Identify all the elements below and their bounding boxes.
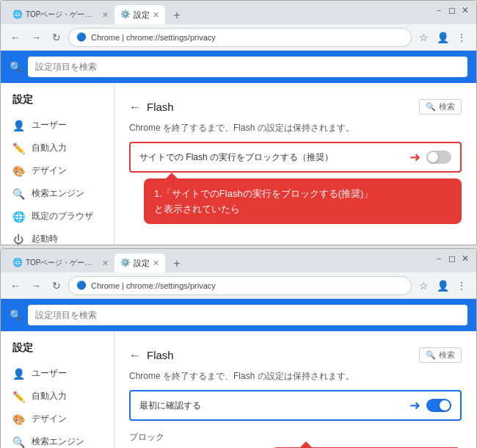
main-content-2: ← Flash 🔍 検索 Chrome を終了するまで、Flash の設定は保持… [114,331,476,448]
settings-search-bar-2: 🔍 [1,299,476,331]
avatar-button-2[interactable]: 👤 [434,277,451,295]
sidebar-item-design-1[interactable]: 🎨 デザイン [1,159,114,182]
design-icon-2: 🎨 [12,413,24,425]
minimize-button-1[interactable]: － [434,5,444,15]
sidebar-label-search-1: 検索エンジン [32,187,84,200]
back-button-2[interactable]: ← [7,277,24,295]
flash-toggle-switch-1[interactable] [426,151,451,164]
settings-search-icon-1: 🔍 [10,61,22,73]
nav-bar-1: ← → ↻ 🔵 Chrome | chrome://settings/priva… [1,24,476,51]
settings-search-icon-2: 🔍 [10,309,22,321]
tab-yahoo-1[interactable]: 🌐 TOPページ・ゲームならYahoo!モバ ✕ [7,5,114,24]
restore-button-2[interactable]: ◻ [447,253,457,264]
menu-button-1[interactable]: ⋮ [453,29,470,46]
search-engine-icon-2: 🔍 [12,436,24,448]
tab-close-yahoo-2[interactable]: ✕ [102,259,109,268]
block-row-2: ブロック [129,427,462,448]
star-button-2[interactable]: ☆ [415,277,432,295]
sidebar-item-browser-1[interactable]: 🌐 既定のブラウザ [1,205,114,228]
avatar-button-1[interactable]: 👤 [434,29,451,46]
sidebar-1: 設定 👤 ユーザー ✏️ 自動入力 🎨 デザイン 🔍 検索エンジン 🌐 既定のブ… [1,83,114,245]
flash-search-right-1: 🔍 検索 [419,99,462,115]
search-engine-icon-1: 🔍 [12,188,24,200]
title-bar-2: 🌐 TOPページ・ゲームならYahoo!モバ ✕ ⚙️ 設定 ✕ + － ◻ ✕ [1,249,476,272]
user-icon-1: 👤 [12,120,24,131]
forward-button-1[interactable]: → [27,29,45,46]
tab-close-settings-1[interactable]: ✕ [153,10,159,20]
flash-toggle-arrow-1: ➜ [409,149,420,165]
flash-search-right-2: 🔍 検索 [419,347,462,363]
flash-back-arrow-2[interactable]: ← [129,349,141,362]
sidebar-label-search-2: 検索エンジン [32,436,84,448]
flash-header-2: ← Flash 🔍 検索 [129,340,462,367]
flash-toggle-label-1: サイトでの Flash の実行をブロックする（推奨） [139,151,409,164]
sidebar-label-browser-1: 既定のブラウザ [32,210,93,223]
flash-toggle-switch-2[interactable] [426,399,451,412]
tab-label-yahoo-1: TOPページ・ゲームならYahoo!モバ [26,10,99,20]
new-tab-button-2[interactable]: + [168,255,186,272]
flash-header-1: ← Flash 🔍 検索 [129,92,462,119]
sidebar-label-user-2: ユーザー [32,367,67,380]
flash-toggle-arrow-2: ➜ [409,397,420,413]
tab-close-yahoo-1[interactable]: ✕ [102,10,109,20]
new-tab-button-1[interactable]: + [168,7,186,24]
close-button-1[interactable]: ✕ [460,5,470,15]
flash-back-arrow-1[interactable]: ← [129,101,141,114]
flash-toggle-knob-1 [428,152,438,162]
nav-right-icons-2: ☆ 👤 ⋮ [415,277,470,295]
tab-close-settings-2[interactable]: ✕ [153,259,159,268]
back-button-1[interactable]: ← [7,29,24,46]
flash-description-2: Chrome を終了するまで、Flash の設定は保持されます。 [129,367,462,390]
tab-gear-icon-2: ⚙️ [120,258,131,268]
address-text-2: Chrome | chrome://settings/privacy [91,281,216,290]
sidebar-label-design-2: デザイン [32,413,67,425]
refresh-button-1[interactable]: ↻ [48,29,65,46]
menu-button-2[interactable]: ⋮ [453,277,470,295]
content-area-1: 設定 👤 ユーザー ✏️ 自動入力 🎨 デザイン 🔍 検索エンジン 🌐 既定のブ… [1,83,476,245]
flash-search-box-1[interactable]: 🔍 検索 [419,99,462,115]
sidebar-item-design-2[interactable]: 🎨 デザイン [1,408,114,430]
sidebar-item-user-2[interactable]: 👤 ユーザー [1,362,114,385]
sidebar-item-autofill-2[interactable]: ✏️ 自動入力 [1,385,114,408]
tab-label-yahoo-2: TOPページ・ゲームならYahoo!モバ [26,258,99,268]
flash-title-2: Flash [147,349,174,361]
address-text-1: Chrome | chrome://settings/privacy [91,33,216,42]
settings-search-input-2[interactable] [28,305,467,325]
flash-search-box-2[interactable]: 🔍 検索 [419,347,462,363]
sidebar-item-search-1[interactable]: 🔍 検索エンジン [1,182,114,205]
forward-button-2[interactable]: → [27,277,45,295]
nav-bar-2: ← → ↻ 🔵 Chrome | chrome://settings/priva… [1,272,476,299]
tab-settings-1[interactable]: ⚙️ 設定 ✕ [114,5,165,24]
address-bar-1[interactable]: 🔵 Chrome | chrome://settings/privacy [68,28,412,47]
tab-favicon-1: 🌐 [12,10,23,20]
sidebar-item-startup-1[interactable]: ⏻ 起動時 [1,228,114,245]
sidebar-item-user-1[interactable]: 👤 ユーザー [1,114,114,137]
main-content-1: ← Flash 🔍 検索 Chrome を終了するまで、Flash の設定は保持… [114,83,476,245]
tab-gear-icon-1: ⚙️ [120,10,131,20]
flash-search-icon-2: 🔍 [426,350,436,360]
tab-yahoo-2[interactable]: 🌐 TOPページ・ゲームならYahoo!モバ ✕ [7,253,114,272]
tab-label-settings-2: 設定 [134,258,150,269]
star-button-1[interactable]: ☆ [415,29,432,46]
flash-search-icon-1: 🔍 [426,102,436,112]
tab-label-settings-1: 設定 [134,10,150,21]
minimize-button-2[interactable]: － [434,253,444,264]
browser-icon-1: 🌐 [12,211,24,223]
close-button-2[interactable]: ✕ [460,253,470,264]
address-bar-2[interactable]: 🔵 Chrome | chrome://settings/privacy [68,276,412,295]
user-icon-2: 👤 [12,368,24,380]
autofill-icon-2: ✏️ [12,391,24,402]
window-controls-2: － ◻ ✕ [434,253,470,264]
secure-icon-1: 🔵 [76,32,87,42]
refresh-button-2[interactable]: ↻ [48,277,65,295]
restore-button-1[interactable]: ◻ [447,5,457,15]
browser-window-2: 🌐 TOPページ・ゲームならYahoo!モバ ✕ ⚙️ 設定 ✕ + － ◻ ✕… [0,248,477,448]
callout-1: 1.「サイトでのFlashの実行をブロックする(推奨)」 と表示されていたら [144,178,462,224]
secure-icon-2: 🔵 [76,281,87,290]
flash-search-label-1: 検索 [439,101,455,112]
sidebar-title-1: 設定 [1,89,114,114]
settings-search-input-1[interactable] [28,57,467,77]
sidebar-item-search-2[interactable]: 🔍 検索エンジン [1,430,114,448]
sidebar-item-autofill-1[interactable]: ✏️ 自動入力 [1,137,114,159]
tab-settings-2[interactable]: ⚙️ 設定 ✕ [114,253,165,272]
